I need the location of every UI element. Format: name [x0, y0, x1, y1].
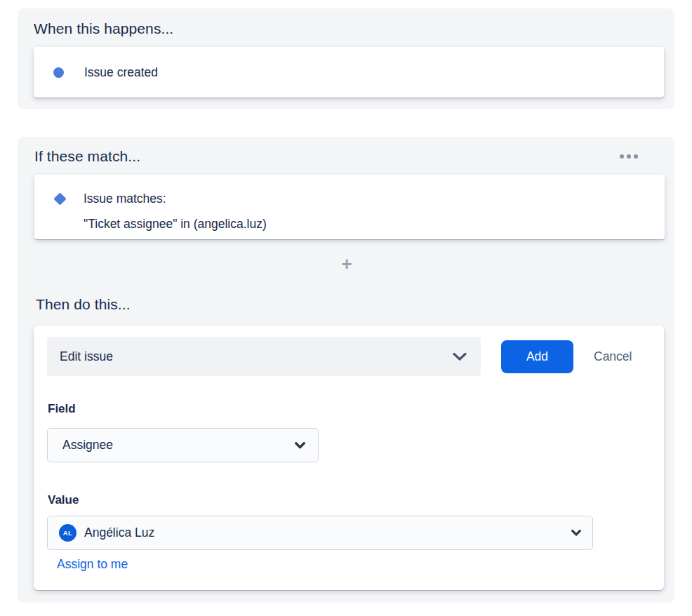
trigger-heading: When this happens...	[34, 20, 659, 37]
chevron-down-icon	[453, 352, 467, 361]
user-avatar: AL	[59, 524, 76, 542]
value-select-value: Angélica Luz	[84, 525, 571, 540]
chevron-down-icon	[295, 442, 305, 449]
action-form: Edit issue Add Cancel Field Assignee Val…	[34, 326, 664, 590]
add-button[interactable]: Add	[501, 340, 573, 373]
ellipsis-dot	[627, 154, 631, 159]
trigger-dot-icon	[53, 67, 64, 78]
action-type-select[interactable]: Edit issue	[47, 337, 481, 376]
rule-panel: If these match... Issue matches: "Ticket…	[18, 137, 674, 603]
field-select-value: Assignee	[62, 438, 295, 453]
ellipsis-dot	[620, 154, 624, 159]
ellipsis-dot	[634, 154, 638, 159]
trigger-panel: When this happens... Issue created	[18, 8, 674, 109]
condition-line-1: Issue matches:	[84, 186, 267, 211]
action-heading: Then do this...	[36, 296, 659, 313]
value-label: Value	[48, 493, 664, 507]
trigger-card[interactable]: Issue created	[34, 47, 664, 98]
chevron-down-icon	[571, 530, 581, 536]
cancel-button[interactable]: Cancel	[594, 349, 632, 364]
condition-diamond-icon	[53, 192, 66, 205]
trigger-card-label: Issue created	[84, 65, 158, 80]
condition-card-text: Issue matches: "Ticket assignee" in (ang…	[84, 186, 267, 236]
field-select[interactable]: Assignee	[47, 428, 319, 462]
condition-line-2: "Ticket assignee" in (angelica.luz)	[84, 211, 267, 236]
add-component-icon[interactable]: +	[341, 255, 352, 273]
more-actions-icon[interactable]	[618, 150, 639, 163]
value-select[interactable]: AL Angélica Luz	[47, 516, 593, 550]
condition-heading: If these match...	[34, 148, 140, 165]
condition-card[interactable]: Issue matches: "Ticket assignee" in (ang…	[34, 175, 665, 239]
action-type-select-value: Edit issue	[60, 349, 453, 364]
assign-to-me-link[interactable]: Assign to me	[57, 557, 128, 572]
field-label: Field	[48, 402, 664, 416]
